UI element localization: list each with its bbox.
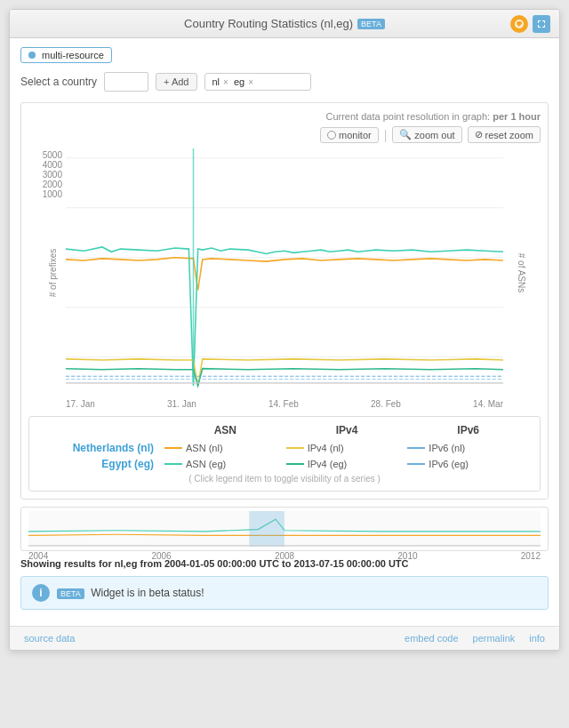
- x-label-4: 28. Feb: [371, 399, 401, 409]
- separator: |: [384, 128, 388, 142]
- beta-info-text: Widget is in beta status!: [91, 587, 204, 599]
- legend-line-ipv4-nl: [286, 447, 304, 449]
- reset-zoom-button[interactable]: ⊘ reset zoom: [468, 126, 541, 143]
- overview-label-2012: 2012: [521, 551, 541, 561]
- chart-section: Current data point resolution in graph: …: [20, 102, 549, 500]
- legend-ipv4-eg[interactable]: IPv4 (eg): [286, 459, 408, 469]
- legend-country-eg: Egypt (eg): [40, 458, 164, 470]
- multi-resource-tag: multi-resource: [20, 47, 112, 63]
- chat-icon[interactable]: [510, 15, 528, 33]
- x-label-2: 31. Jan: [167, 399, 196, 409]
- widget-container: Country Routing Statistics (nl,eg) BETA …: [9, 9, 560, 651]
- y-axis-right-title: # of ASNs: [516, 253, 525, 292]
- expand-icon[interactable]: [533, 15, 550, 33]
- select-row: Select a country + Add nl × eg ×: [20, 72, 549, 92]
- legend-country-nl: Netherlands (nl): [40, 442, 164, 454]
- legend-ipv4-nl[interactable]: IPv4 (nl): [286, 443, 408, 453]
- tag-bar: multi-resource: [20, 47, 549, 63]
- legend-col-ipv4: IPv4: [286, 424, 408, 436]
- overview-svg: [28, 511, 541, 547]
- header-beta-badge: BETA: [357, 19, 385, 29]
- x-label-3: 14. Feb: [268, 399, 299, 409]
- source-data-link[interactable]: source data: [20, 631, 78, 645]
- legend-line-asn-eg: [164, 463, 182, 465]
- chart-svg: [66, 148, 503, 397]
- legend-note: ( Click legend item to toggle visibility…: [40, 474, 529, 484]
- svg-rect-10: [249, 511, 284, 547]
- country-tag-nl: nl ×: [212, 76, 228, 87]
- resolution-text: Current data point resolution in graph: …: [325, 111, 541, 122]
- overview-label-2006: 2006: [151, 551, 171, 561]
- reset-zoom-icon: ⊘: [475, 129, 483, 140]
- legend-row-nl: Netherlands (nl) ASN (nl) IPv4 (nl) IPv6…: [40, 442, 529, 454]
- chart-canvas[interactable]: [66, 148, 503, 397]
- remove-nl-button[interactable]: ×: [223, 77, 228, 87]
- monitor-icon: [327, 131, 336, 140]
- permalink-link[interactable]: permalink: [469, 631, 519, 645]
- legend-col-ipv6: IPv6: [407, 424, 529, 436]
- widget-footer: source data embed code permalink info: [10, 626, 559, 650]
- footer-right: embed code permalink info: [401, 631, 549, 645]
- monitor-button[interactable]: monitor: [320, 127, 379, 143]
- country-tag-eg: eg ×: [234, 76, 253, 87]
- select-country-label: Select a country: [20, 76, 97, 88]
- widget-body: multi-resource Select a country + Add nl…: [10, 38, 559, 626]
- legend-ipv6-nl[interactable]: IPv6 (nl): [407, 443, 529, 453]
- x-label-1: 17. Jan: [66, 399, 95, 409]
- country-input[interactable]: [104, 72, 148, 92]
- beta-info-box: i BETA Widget is in beta status!: [20, 576, 549, 610]
- widget-header: Country Routing Statistics (nl,eg) BETA: [10, 10, 559, 38]
- x-axis-labels: 17. Jan 31. Jan 14. Feb 28. Feb 14. Mar: [28, 397, 541, 409]
- overview-x-labels: 2004 2006 2008 2010 2012: [28, 549, 541, 561]
- overview-chart[interactable]: 2004 2006 2008 2010 2012: [20, 507, 549, 551]
- selected-countries: nl × eg ×: [204, 73, 311, 91]
- overview-label-2008: 2008: [275, 551, 294, 561]
- y-axis-right: [503, 148, 541, 170]
- header-icons: [510, 15, 550, 33]
- legend-col-asn: ASN: [164, 424, 286, 436]
- legend-line-ipv4-eg: [286, 463, 304, 465]
- legend-line-ipv6-eg: [407, 463, 425, 465]
- y-axis-left: 5000 4000 3000 2000 1000: [28, 148, 66, 219]
- footer-left: source data: [20, 632, 78, 644]
- info-icon: i: [32, 584, 50, 602]
- x-label-5: 14. Mar: [473, 399, 503, 409]
- legend-row-eg: Egypt (eg) ASN (eg) IPv4 (eg) IPv6 (eg): [40, 458, 529, 470]
- legend-header: ASN IPv4 IPv6: [40, 424, 529, 436]
- zoom-out-icon: 🔍: [399, 129, 412, 140]
- legend-box: ASN IPv4 IPv6 Netherlands (nl) ASN (nl) …: [28, 416, 541, 492]
- widget-title: Country Routing Statistics (nl,eg): [184, 17, 353, 30]
- beta-info-content: BETA Widget is in beta status!: [57, 587, 204, 599]
- overview-label-2004: 2004: [28, 551, 48, 561]
- legend-line-asn-nl: [164, 447, 182, 449]
- add-button[interactable]: + Add: [156, 73, 196, 91]
- beta-info-badge: BETA: [57, 588, 84, 599]
- tag-dot: [28, 52, 36, 59]
- main-chart-area: # of prefixes 5000 4000 3000 2000 1000: [28, 148, 541, 397]
- legend-ipv6-eg[interactable]: IPv6 (eg): [407, 459, 529, 469]
- resolution-value: per 1 hour: [493, 111, 541, 122]
- legend-line-ipv6-nl: [407, 447, 425, 449]
- embed-code-link[interactable]: embed code: [401, 631, 462, 645]
- legend-asn-eg[interactable]: ASN (eg): [164, 459, 286, 469]
- remove-eg-button[interactable]: ×: [248, 77, 253, 87]
- y-axis-left-title: # of prefixes: [48, 249, 58, 297]
- tag-label: multi-resource: [42, 50, 104, 60]
- info-link[interactable]: info: [525, 631, 549, 645]
- legend-asn-nl[interactable]: ASN (nl): [164, 443, 286, 453]
- zoom-out-button[interactable]: 🔍 zoom out: [392, 126, 461, 143]
- chart-controls: monitor | 🔍 zoom out ⊘ reset zoom: [28, 126, 541, 143]
- overview-label-2010: 2010: [397, 551, 417, 561]
